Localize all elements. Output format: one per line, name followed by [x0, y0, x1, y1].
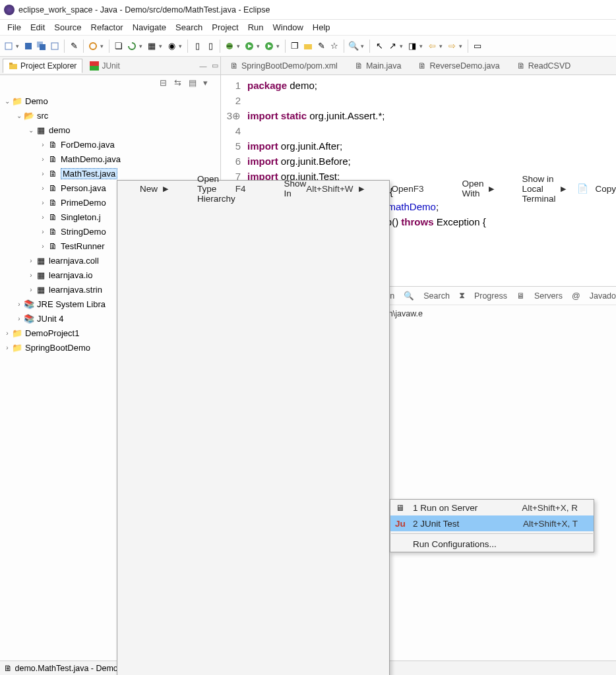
doc-icon[interactable]: ▯ — [191, 40, 203, 52]
maximize-icon[interactable]: ▭ — [210, 61, 220, 71]
menu-edit[interactable]: Edit — [26, 21, 49, 34]
refresh-icon[interactable] — [126, 40, 138, 52]
java-file-icon: 🗎 — [47, 139, 58, 150]
pointer2-icon[interactable]: ↗ — [386, 40, 398, 52]
bottom-tab[interactable]: Search — [423, 291, 450, 301]
java-file-icon: 🗎 — [418, 61, 427, 71]
menu-project[interactable]: Project — [207, 21, 243, 34]
minimize-icon[interactable]: — — [198, 61, 208, 71]
svg-point-5 — [90, 43, 96, 49]
ctx-open[interactable]: OpenF3 — [369, 181, 440, 196]
package-icon: ▦ — [36, 255, 46, 266]
wand2-icon[interactable]: ✎ — [315, 40, 327, 52]
status-text: demo.MathTest.java - Demo/src — [15, 664, 131, 673]
view-menu-icon[interactable]: ▾ — [203, 78, 214, 88]
back-icon[interactable]: ⇦ — [426, 40, 438, 52]
ctx-show-in-local-terminal[interactable]: Show in Local Terminal▶ — [499, 181, 571, 196]
menu-bar: File Edit Source Refactor Navigate Searc… — [0, 20, 616, 36]
project-icon: 📁 — [12, 96, 22, 106]
svg-rect-7 — [227, 45, 232, 47]
tree-file[interactable]: 🗎MathDemo.java — [0, 152, 220, 166]
java-file-icon: 🗎 — [47, 183, 58, 193]
save-all-icon[interactable] — [36, 40, 47, 52]
editor-tab[interactable]: 🗎ReadCSVD — [512, 59, 576, 73]
menu-help[interactable]: Help — [308, 21, 335, 34]
sub-junit-test[interactable]: Ju2 JUnit TestAlt+Shift+X, T — [390, 515, 594, 531]
menu-file[interactable]: File — [3, 21, 26, 34]
note-icon[interactable]: ▯ — [204, 40, 216, 52]
bottom-tab[interactable]: Javado — [590, 291, 616, 301]
svg-rect-12 — [304, 44, 312, 49]
tree-file[interactable]: 🗎ForDemo.java — [0, 137, 220, 152]
perspective-icon[interactable]: ▭ — [472, 40, 483, 52]
folder-icon[interactable] — [302, 40, 314, 52]
save-icon[interactable] — [22, 40, 34, 52]
bottom-tab[interactable]: Servers — [534, 291, 563, 301]
title-bar: eclipse_work_space - Java - Demo/src/dem… — [0, 0, 616, 20]
svg-rect-3 — [40, 44, 46, 50]
package-icon[interactable]: ▦ — [146, 40, 158, 52]
package-icon: ▦ — [36, 284, 46, 295]
browser-icon[interactable] — [87, 40, 99, 52]
pointer-icon[interactable]: ↖ — [373, 40, 385, 52]
menu-run[interactable]: Run — [243, 21, 268, 34]
context-menu: New▶ Open Type HierarchyF4 Show InAlt+Sh… — [117, 180, 390, 675]
tab-label: JUnit — [102, 61, 119, 71]
ctx-show-in[interactable]: Show InAlt+Shift+W▶ — [262, 181, 369, 196]
editor-tab[interactable]: 🗎ReverseDemo.java — [413, 59, 505, 73]
project-explorer-icon — [9, 61, 18, 71]
link-editor-icon[interactable]: ⇆ — [174, 78, 185, 88]
ctx-copy[interactable]: 📄CopyCtrl+C — [572, 181, 616, 196]
menu-window[interactable]: Window — [268, 21, 308, 34]
debug-icon[interactable] — [224, 40, 235, 52]
tab-project-explorer[interactable]: Project Explorer — [3, 59, 82, 73]
editor-tab[interactable]: 🗎SpringBootDemo/pom.xml — [225, 59, 343, 73]
newpkg-icon[interactable]: ❐ — [289, 40, 301, 52]
search-icon[interactable]: 🔍 — [348, 40, 359, 52]
svg-rect-4 — [51, 43, 58, 49]
tree-project[interactable]: 📁Demo — [0, 94, 220, 108]
sub-run-configurations[interactable]: Run Configurations... — [390, 536, 594, 552]
wand-icon[interactable]: ✎ — [68, 40, 80, 52]
java-file-icon: 🗎 — [4, 664, 13, 673]
explorer-toolbar: ⊟ ⇆ ▤ ▾ — [0, 75, 220, 91]
editor-tabs: 🗎SpringBootDemo/pom.xml 🗎Main.java 🗎Reve… — [221, 57, 616, 75]
java-file-icon: 🗎 — [47, 212, 58, 222]
new-icon[interactable] — [3, 40, 15, 52]
star-icon[interactable]: ☆ — [328, 40, 340, 52]
gift-icon[interactable]: ❏ — [113, 40, 125, 52]
filter-icon[interactable]: ▤ — [189, 78, 199, 88]
library-icon: 📚 — [24, 313, 34, 324]
menu-search[interactable]: Search — [171, 21, 207, 34]
source-folder-icon: 📂 — [24, 110, 34, 121]
main-toolbar: ▾ ✎ ▾ ❏ ▾ ▦▾ ◉▾ ▯ ▯ ▾ ▾ ▾ ❐ ✎ ☆ 🔍▾ ↖ ↗▾ … — [0, 36, 616, 57]
collapse-all-icon[interactable]: ⊟ — [160, 78, 170, 88]
server-icon: 🖥 — [394, 502, 406, 514]
menu-navigate[interactable]: Navigate — [128, 21, 171, 34]
half-icon[interactable]: ◨ — [406, 40, 418, 52]
menu-refactor[interactable]: Refactor — [86, 21, 128, 34]
tab-junit[interactable]: JUnit — [84, 59, 125, 73]
tree-package[interactable]: ▦demo — [0, 123, 220, 137]
tab-label: Project Explorer — [20, 61, 77, 71]
ctx-open-with[interactable]: Open With▶ — [439, 181, 499, 196]
run-last-icon[interactable] — [263, 40, 275, 52]
java-file-icon: 🗎 — [47, 226, 58, 237]
eclipse-logo-icon — [4, 5, 15, 15]
ctx-new[interactable]: New▶ — [117, 181, 173, 196]
run-icon[interactable] — [243, 40, 255, 52]
tree-src[interactable]: 📂src — [0, 108, 220, 123]
sub-run-on-server[interactable]: 🖥1 Run on ServerAlt+Shift+X, R — [390, 500, 594, 515]
tree-file-selected[interactable]: 🗎MathTest.java — [0, 166, 220, 181]
ctx-open-type-hierarchy[interactable]: Open Type HierarchyF4 — [175, 181, 262, 196]
class-icon[interactable]: ◉ — [166, 40, 177, 52]
forward-icon[interactable]: ⇨ — [446, 40, 458, 52]
xml-file-icon: 🗎 — [230, 61, 239, 71]
svg-rect-0 — [5, 43, 12, 49]
toggle-icon[interactable] — [49, 40, 61, 52]
servers-icon: 🖥 — [516, 291, 525, 301]
menu-source[interactable]: Source — [49, 21, 86, 34]
editor-tab[interactable]: 🗎Main.java — [350, 59, 407, 73]
svg-rect-14 — [9, 63, 13, 65]
bottom-tab[interactable]: Progress — [474, 291, 507, 301]
